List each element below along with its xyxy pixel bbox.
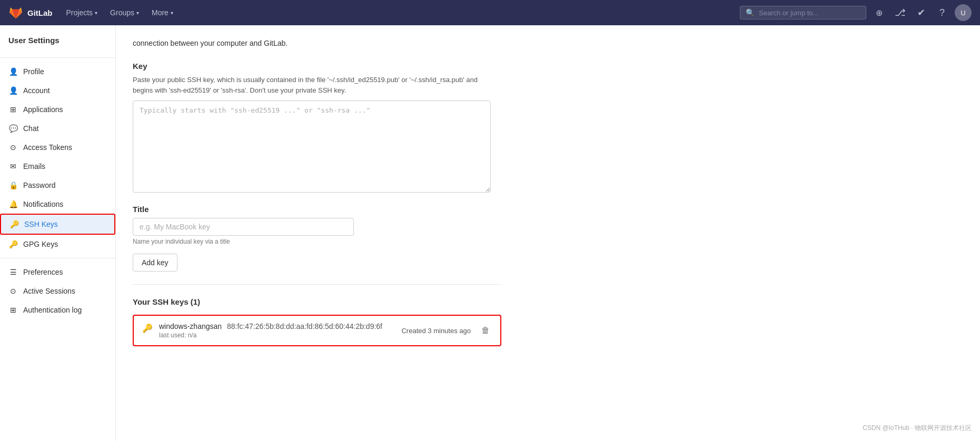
access-tokens-icon: ⊙ xyxy=(8,143,18,152)
authentication-log-icon: ⊞ xyxy=(8,305,18,315)
ssh-key-right: Created 3 minutes ago 🗑 xyxy=(401,324,492,337)
sidebar-item-label: Preferences xyxy=(23,268,63,276)
sidebar-item-label: Access Tokens xyxy=(23,143,72,152)
search-input[interactable] xyxy=(759,9,854,17)
account-icon: 👤 xyxy=(8,86,18,95)
footer-watermark: CSDN @IoTHub · 物联网开源技术社区 xyxy=(863,424,972,433)
profile-icon: 👤 xyxy=(8,67,18,76)
ssh-keys-icon: 🔑 xyxy=(9,219,19,229)
projects-chevron-icon: ▾ xyxy=(95,10,97,16)
new-item-button[interactable]: ⊕ xyxy=(870,4,887,21)
merge-request-icon: ⎇ xyxy=(895,7,906,18)
sidebar-item-gpg-keys[interactable]: 🔑 GPG Keys xyxy=(0,235,115,254)
sidebar-item-label: Emails xyxy=(23,162,45,171)
gitlab-logo[interactable]: GitLab xyxy=(8,5,53,20)
help-button[interactable]: ? xyxy=(934,4,951,21)
password-icon: 🔒 xyxy=(8,181,18,190)
nav-logo-text: GitLab xyxy=(27,8,53,17)
active-sessions-icon: ⊙ xyxy=(8,286,18,296)
search-icon: 🔍 xyxy=(746,8,755,17)
sidebar-item-password[interactable]: 🔒 Password xyxy=(0,176,115,195)
add-key-button[interactable]: Add key xyxy=(133,254,177,272)
nav-more[interactable]: More ▾ xyxy=(146,5,179,20)
key-textarea[interactable] xyxy=(133,101,491,193)
title-section-label: Title xyxy=(133,205,963,214)
sidebar-item-label: Active Sessions xyxy=(23,287,75,295)
ssh-key-created: Created 3 minutes ago xyxy=(401,327,471,335)
sidebar-item-applications[interactable]: ⊞ Applications xyxy=(0,100,115,119)
sidebar-item-label: SSH Keys xyxy=(24,220,58,228)
nav-items: Projects ▾ Groups ▾ More ▾ xyxy=(61,5,732,20)
sidebar-item-emails[interactable]: ✉ Emails xyxy=(0,157,115,176)
sidebar-item-account[interactable]: 👤 Account xyxy=(0,81,115,100)
sidebar-item-label: Password xyxy=(23,181,55,189)
nav-groups[interactable]: Groups ▾ xyxy=(105,5,144,20)
groups-chevron-icon: ▾ xyxy=(136,10,139,16)
merge-request-button[interactable]: ⎇ xyxy=(892,4,908,21)
title-input[interactable] xyxy=(133,218,354,236)
ssh-key-fingerprint: 88:fc:47:26:5b:8d:dd:aa:fd:86:5d:60:44:2… xyxy=(227,322,382,330)
ssh-keys-header: Your SSH keys (1) xyxy=(133,297,963,306)
ssh-key-name: windows-zhangsan xyxy=(159,322,222,330)
nav-projects[interactable]: Projects ▾ xyxy=(61,5,103,20)
todo-button[interactable]: ✔ xyxy=(913,4,929,21)
sidebar: User Settings 👤 Profile 👤 Account ⊞ Appl… xyxy=(0,25,116,441)
gpg-keys-icon: 🔑 xyxy=(8,239,18,249)
applications-icon: ⊞ xyxy=(8,105,18,114)
ssh-key-delete-button[interactable]: 🗑 xyxy=(479,324,492,337)
ssh-key-name-fingerprint: windows-zhangsan 88:fc:47:26:5b:8d:dd:aa… xyxy=(159,322,382,330)
sidebar-item-notifications[interactable]: 🔔 Notifications xyxy=(0,195,115,214)
todo-icon: ✔ xyxy=(917,7,925,18)
plus-icon: ⊕ xyxy=(876,8,883,18)
sidebar-item-preferences[interactable]: ☰ Preferences xyxy=(0,263,115,282)
sidebar-item-authentication-log[interactable]: ⊞ Authentication log xyxy=(0,300,115,319)
section-divider xyxy=(133,284,501,285)
avatar[interactable]: U xyxy=(955,4,972,21)
ssh-key-info: windows-zhangsan 88:fc:47:26:5b:8d:dd:aa… xyxy=(159,322,382,339)
main-content: connection between your computer and Git… xyxy=(116,25,980,441)
sidebar-title: User Settings xyxy=(0,36,115,53)
ssh-key-left: 🔑 windows-zhangsan 88:fc:47:26:5b:8d:dd:… xyxy=(142,322,382,339)
ssh-key-last-used: last used: n/a xyxy=(159,332,382,339)
preferences-icon: ☰ xyxy=(8,267,18,277)
sidebar-divider-2 xyxy=(0,258,115,258)
nav-right: 🔍 ⊕ ⎇ ✔ ? U xyxy=(740,4,972,21)
sidebar-item-label: Account xyxy=(23,86,50,95)
help-icon: ? xyxy=(939,7,945,18)
sidebar-item-label: Profile xyxy=(23,67,44,76)
key-entry-icon: 🔑 xyxy=(142,323,153,333)
notifications-icon: 🔔 xyxy=(8,199,18,209)
sidebar-item-chat[interactable]: 💬 Chat xyxy=(0,119,115,138)
ssh-key-entry: 🔑 windows-zhangsan 88:fc:47:26:5b:8d:dd:… xyxy=(133,315,501,346)
sidebar-divider xyxy=(0,57,115,58)
key-description: Paste your public SSH key, which is usua… xyxy=(133,75,491,95)
key-section-label: Key xyxy=(133,62,963,71)
sidebar-item-label: Notifications xyxy=(23,200,63,208)
sidebar-item-label: Chat xyxy=(23,124,39,133)
emails-icon: ✉ xyxy=(8,162,18,171)
sidebar-item-label: GPG Keys xyxy=(23,240,58,248)
more-chevron-icon: ▾ xyxy=(171,10,173,16)
sidebar-item-ssh-keys[interactable]: 🔑 SSH Keys xyxy=(0,214,115,235)
page-wrapper: User Settings 👤 Profile 👤 Account ⊞ Appl… xyxy=(0,25,980,441)
avatar-initials: U xyxy=(961,9,965,17)
sidebar-item-active-sessions[interactable]: ⊙ Active Sessions xyxy=(0,282,115,300)
search-bar[interactable]: 🔍 xyxy=(740,6,866,19)
chat-icon: 💬 xyxy=(8,124,18,133)
sidebar-item-profile[interactable]: 👤 Profile xyxy=(0,62,115,81)
sidebar-item-label: Authentication log xyxy=(23,306,82,314)
top-nav: GitLab Projects ▾ Groups ▾ More ▾ 🔍 ⊕ ⎇ … xyxy=(0,0,980,25)
sidebar-item-access-tokens[interactable]: ⊙ Access Tokens xyxy=(0,138,115,157)
title-hint: Name your individual key via a title xyxy=(133,238,963,245)
sidebar-item-label: Applications xyxy=(23,105,63,114)
intro-text: connection between your computer and Git… xyxy=(133,38,491,49)
